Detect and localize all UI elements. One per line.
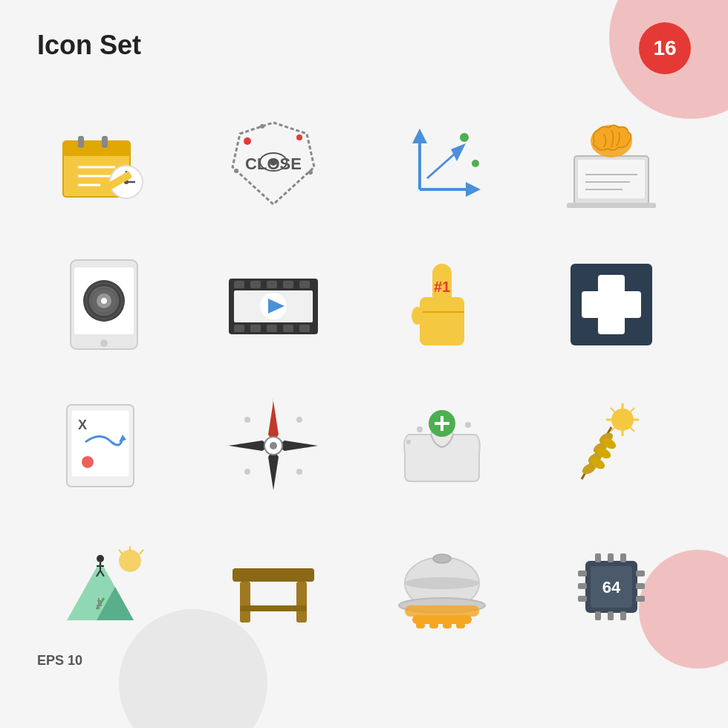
svg-rect-145 [620, 553, 626, 562]
svg-point-91 [406, 440, 411, 444]
icon-brain-laptop [545, 104, 678, 223]
icon-tablet-music [37, 245, 171, 364]
svg-rect-130 [240, 605, 307, 611]
svg-rect-138 [429, 623, 438, 628]
svg-point-27 [460, 133, 469, 142]
svg-rect-143 [595, 553, 601, 562]
svg-rect-67 [598, 291, 625, 318]
icon-direction-arrows [375, 104, 509, 223]
icon-wheat [545, 386, 678, 505]
svg-marker-26 [451, 143, 466, 161]
icon-mountain-success [37, 527, 171, 646]
svg-point-73 [244, 417, 250, 423]
svg-rect-30 [578, 160, 645, 198]
svg-rect-51 [234, 325, 244, 332]
svg-line-102 [630, 408, 634, 412]
svg-point-15 [296, 134, 302, 140]
svg-point-88 [270, 442, 277, 449]
svg-rect-128 [240, 582, 250, 623]
svg-rect-146 [595, 611, 601, 620]
svg-rect-54 [283, 325, 293, 332]
svg-rect-127 [233, 568, 314, 582]
svg-marker-80 [268, 449, 279, 490]
icon-table-furniture [207, 527, 340, 646]
svg-marker-83 [250, 397, 295, 441]
svg-line-101 [630, 427, 634, 432]
svg-point-38 [100, 339, 108, 347]
svg-point-42 [101, 298, 107, 304]
svg-marker-22 [412, 129, 427, 143]
svg-point-63 [412, 307, 423, 325]
svg-rect-46 [234, 281, 244, 288]
svg-point-18 [260, 124, 264, 129]
svg-rect-49 [283, 281, 293, 288]
svg-rect-148 [620, 611, 626, 620]
svg-point-89 [417, 426, 423, 432]
svg-rect-152 [636, 571, 645, 576]
icon-medical-cross [545, 245, 678, 364]
svg-rect-154 [636, 596, 645, 602]
svg-rect-135 [405, 605, 479, 617]
svg-line-114 [140, 550, 143, 554]
svg-rect-6 [102, 136, 108, 148]
icon-video-film [207, 245, 340, 364]
svg-marker-24 [466, 182, 481, 197]
svg-rect-53 [267, 325, 277, 332]
svg-point-78 [296, 469, 302, 475]
svg-text:X: X [78, 417, 87, 432]
icon-number-one-hand: #1 [375, 245, 509, 364]
svg-point-77 [244, 469, 250, 475]
icon-schedule [37, 104, 171, 223]
svg-point-122 [97, 555, 104, 562]
svg-rect-140 [456, 623, 465, 628]
svg-rect-153 [636, 583, 645, 589]
svg-point-133 [433, 554, 451, 563]
svg-rect-137 [416, 623, 425, 628]
icon-grid: CLOSE [37, 104, 691, 646]
svg-marker-84 [225, 423, 269, 468]
svg-point-74 [296, 417, 302, 423]
svg-point-90 [465, 422, 471, 428]
icon-strategy-board: X [37, 386, 171, 505]
svg-rect-139 [443, 623, 452, 628]
format-label: EPS 10 [37, 653, 82, 669]
svg-point-20 [270, 158, 277, 166]
svg-text:#1: #1 [434, 279, 450, 295]
svg-rect-52 [250, 325, 261, 332]
svg-rect-149 [578, 571, 587, 576]
svg-point-16 [234, 169, 238, 173]
svg-point-17 [308, 170, 313, 175]
svg-line-115 [119, 550, 123, 554]
svg-marker-82 [277, 441, 318, 451]
svg-rect-55 [299, 325, 310, 332]
svg-point-14 [244, 137, 251, 145]
icon-close-tag: CLOSE [207, 104, 340, 223]
svg-rect-5 [78, 136, 84, 148]
svg-point-28 [472, 160, 479, 167]
svg-rect-31 [567, 203, 656, 208]
icon-chip-64: 64 [545, 527, 678, 646]
svg-rect-50 [299, 281, 310, 288]
icon-add-inbox [375, 386, 509, 505]
icon-count-badge: 16 [639, 22, 691, 74]
svg-rect-150 [578, 583, 587, 589]
svg-rect-129 [296, 582, 307, 623]
page-title: Icon Set [37, 30, 141, 61]
svg-rect-47 [250, 281, 261, 288]
svg-line-100 [611, 408, 615, 412]
svg-rect-147 [608, 611, 614, 620]
svg-point-72 [82, 456, 94, 468]
svg-rect-151 [578, 596, 587, 602]
svg-rect-48 [267, 281, 277, 288]
page-header: Icon Set 16 [37, 30, 691, 74]
footer: EPS 10 [37, 653, 82, 669]
icon-food-tray [375, 527, 509, 646]
svg-point-132 [405, 577, 479, 589]
icon-compass-star [207, 386, 340, 505]
svg-rect-1 [63, 141, 130, 156]
svg-text:64: 64 [602, 578, 620, 597]
svg-rect-144 [608, 553, 614, 562]
